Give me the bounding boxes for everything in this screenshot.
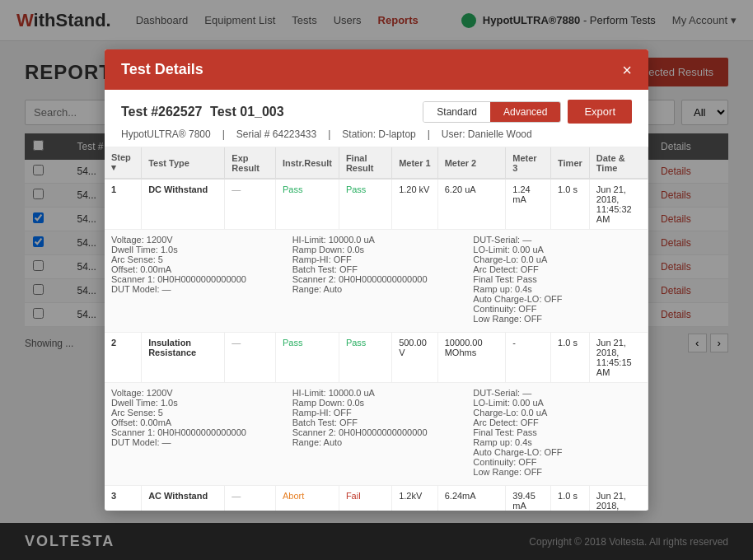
tab-advanced[interactable]: Advanced xyxy=(490,102,560,122)
detail-col-mid: HI-Limit: 10000.0 uA Ramp Down: 0.0s Ram… xyxy=(292,235,461,324)
meta-user: User: Danielle Wood xyxy=(442,128,532,140)
modal-test-title-row: Test #262527 Test 01_003 Standard Advanc… xyxy=(121,100,632,124)
step-detail-row-1: Voltage: 1200V Dwell Time: 1.0s Arc Sens… xyxy=(105,230,648,333)
step-meter2-3: 6.24mA xyxy=(437,486,506,511)
step-meter3-3: 39.45 mA xyxy=(506,486,551,511)
step-meter2-2: 10000.00 MOhms xyxy=(437,333,506,383)
step-final-2: Pass xyxy=(339,333,391,383)
modal-header: Test Details × xyxy=(105,49,648,90)
step-num-3: 3 xyxy=(105,486,142,511)
modal-actions: Standard Advanced Export xyxy=(423,100,632,124)
step-num-1: 1 xyxy=(105,179,142,230)
modal-close-button[interactable]: × xyxy=(622,62,632,78)
step-date-1: Jun 21, 2018,11:45:32 AM xyxy=(589,179,648,230)
col-instr-result: Instr.Result xyxy=(275,147,339,179)
step-type-2: Insulation Resistance xyxy=(142,333,225,383)
col-test-type: Test Type xyxy=(142,147,225,179)
step-meter1-2: 500.00 V xyxy=(392,333,438,383)
step-row-2: 2 Insulation Resistance — Pass Pass 500.… xyxy=(105,333,648,383)
col-step: Step ▾ xyxy=(105,147,142,179)
detail-col-left: Voltage: 1200V Dwell Time: 1.0s Arc Sens… xyxy=(111,235,279,324)
meta-separator3: | xyxy=(428,128,430,140)
step-row-3: 3 AC Withstand — Abort Fail 1.2kV 6.24mA… xyxy=(105,486,648,511)
step-row-1: 1 DC Withstand — Pass Pass 1.20 kV 6.20 … xyxy=(105,179,648,230)
col-final-result: Final Result xyxy=(339,147,391,179)
step-final-1: Pass xyxy=(339,179,391,230)
detail-col-right-2: DUT-Serial: — LO-Limit: 0.00 uA Charge-L… xyxy=(473,388,641,477)
steps-header-row: Step ▾ Test Type Exp Result Instr.Result… xyxy=(105,147,648,179)
step-timer-1: 1.0 s xyxy=(551,179,590,230)
tab-group: Standard Advanced xyxy=(423,101,561,123)
step-meter3-1: 1.24 mA xyxy=(506,179,551,230)
step-instr-3: Abort xyxy=(275,486,339,511)
step-detail-grid-2: Voltage: 1200V Dwell Time: 1.0s Arc Sens… xyxy=(111,388,641,477)
meta-serial: Serial # 64223433 xyxy=(236,128,316,140)
step-date-2: Jun 21, 2018,11:45:15 AM xyxy=(589,333,648,383)
meta-separator1: | xyxy=(222,128,225,140)
col-exp-result: Exp Result xyxy=(225,147,276,179)
step-instr-1: Pass xyxy=(275,179,339,230)
step-meter3-2: - xyxy=(506,333,551,383)
col-meter3: Meter 3 xyxy=(506,147,551,179)
modal-test-name: Test #262527 Test 01_003 xyxy=(121,105,284,119)
step-type-1: DC Withstand xyxy=(142,179,225,230)
col-meter2: Meter 2 xyxy=(437,147,506,179)
meta-station: Station: D-laptop xyxy=(342,128,415,140)
step-timer-3: 1.0 s xyxy=(551,486,590,511)
step-final-3: Fail xyxy=(339,486,391,511)
meta-device: HypotULTRA® 7800 xyxy=(121,128,211,140)
step-detail-grid-1: Voltage: 1200V Dwell Time: 1.0s Arc Sens… xyxy=(111,235,641,324)
modal-meta: HypotULTRA® 7800 | Serial # 64223433 | S… xyxy=(121,128,632,140)
tab-standard[interactable]: Standard xyxy=(423,102,490,122)
modal-title: Test Details xyxy=(121,61,203,78)
modal-subheader: Test #262527 Test 01_003 Standard Advanc… xyxy=(105,90,648,147)
step-exp-2: — xyxy=(225,333,276,383)
step-meter1-3: 1.2kV xyxy=(392,486,438,511)
step-detail-row-2: Voltage: 1200V Dwell Time: 1.0s Arc Sens… xyxy=(105,383,648,486)
modal-overlay: Test Details × Test #262527 Test 01_003 … xyxy=(0,0,753,560)
modal-body[interactable]: Step ▾ Test Type Exp Result Instr.Result… xyxy=(105,147,648,511)
step-meter2-1: 6.20 uA xyxy=(437,179,506,230)
modal-export-button[interactable]: Export xyxy=(568,100,632,124)
step-type-3: AC Withstand xyxy=(142,486,225,511)
detail-col-right: DUT-Serial: — LO-Limit: 0.00 uA Charge-L… xyxy=(473,235,641,324)
step-exp-1: — xyxy=(225,179,276,230)
step-timer-2: 1.0 s xyxy=(551,333,590,383)
col-timer: Timer xyxy=(551,147,590,179)
step-meter1-1: 1.20 kV xyxy=(392,179,438,230)
step-num-2: 2 xyxy=(105,333,142,383)
test-details-modal: Test Details × Test #262527 Test 01_003 … xyxy=(105,49,648,511)
col-date-time: Date & Time xyxy=(589,147,648,179)
test-name: Test 01_003 xyxy=(210,105,284,119)
step-exp-3: — xyxy=(225,486,276,511)
col-meter1: Meter 1 xyxy=(392,147,438,179)
steps-table: Step ▾ Test Type Exp Result Instr.Result… xyxy=(105,147,648,511)
meta-separator2: | xyxy=(328,128,330,140)
detail-col-mid-2: HI-Limit: 10000.0 uA Ramp Down: 0.0s Ram… xyxy=(292,388,461,477)
test-number: Test #262527 xyxy=(121,105,202,119)
detail-col-left-2: Voltage: 1200V Dwell Time: 1.0s Arc Sens… xyxy=(111,388,279,477)
step-date-3: Jun 21, 2018,11:45:15 AM xyxy=(589,486,648,511)
step-instr-2: Pass xyxy=(275,333,339,383)
